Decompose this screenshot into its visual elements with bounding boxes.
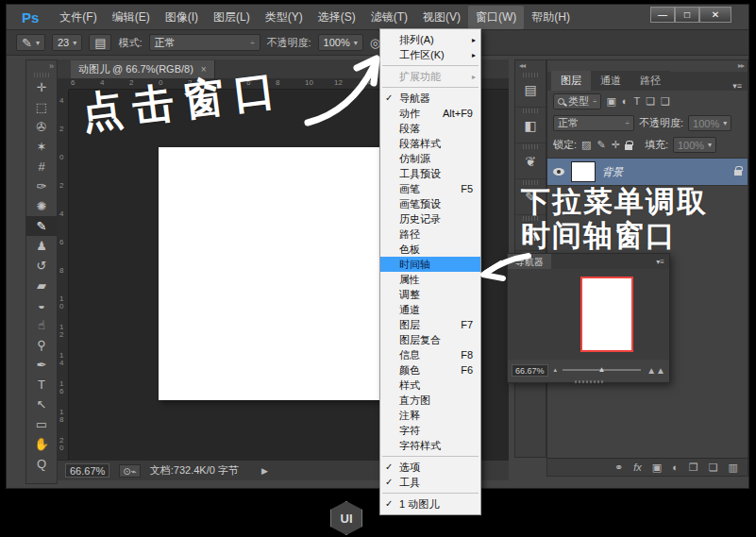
window-menu-item-时间轴[interactable]: 时间轴 xyxy=(380,257,480,272)
zoom-out-icon[interactable]: ▴ xyxy=(554,366,558,374)
eraser-tool[interactable]: ▰ xyxy=(26,276,57,295)
window-menu-item-颜色[interactable]: 颜色F6 xyxy=(380,362,480,378)
panel-menu-icon[interactable]: ▾≡ xyxy=(656,258,664,266)
zoom-slider[interactable]: ▲ xyxy=(563,369,641,371)
window-menu-item-1-动图儿[interactable]: 1 动图儿✓ xyxy=(380,496,480,512)
link-layers-icon[interactable]: ⚭ xyxy=(614,461,623,474)
fill-select[interactable]: 100% ▾ xyxy=(673,137,716,153)
pen-tool[interactable]: ✒ xyxy=(26,355,57,375)
move-tool[interactable]: ✛ xyxy=(26,77,57,97)
layer-opacity-select[interactable]: 100% ▾ xyxy=(688,115,731,131)
filter-pixel-icon[interactable]: ▣ xyxy=(606,95,615,108)
filter-smart-icon[interactable]: ❑ xyxy=(661,95,670,108)
zoom-tool[interactable]: Q xyxy=(26,454,57,474)
lock-paint-icon[interactable]: ✎ xyxy=(596,139,605,151)
healing-brush-tool[interactable]: ✺ xyxy=(26,196,57,216)
layer-row-background[interactable]: 背景 xyxy=(547,158,748,186)
window-menu-item-信息[interactable]: 信息F8 xyxy=(380,347,480,362)
dodge-tool[interactable]: ⚲ xyxy=(26,335,57,355)
expand-panels-button[interactable]: ◂◂ xyxy=(515,60,546,72)
menu-item-6[interactable]: 滤镜(T) xyxy=(363,6,415,29)
filter-type-icon[interactable]: T xyxy=(633,95,640,108)
adjustment-layer-icon[interactable]: ◐ xyxy=(672,461,679,473)
status-menu-arrow-icon[interactable]: ▶ xyxy=(261,466,268,476)
brush-preset-picker[interactable]: 23 ▾ xyxy=(52,34,82,51)
lock-all-icon[interactable] xyxy=(625,144,632,150)
lock-transparent-icon[interactable]: ▨ xyxy=(581,139,591,151)
panel-menu-icon[interactable]: ▾≡ xyxy=(732,81,742,91)
layer-style-icon[interactable]: fx xyxy=(633,461,642,473)
layer-blend-mode-select[interactable]: 正常 ÷ xyxy=(553,115,634,131)
minimize-button[interactable]: — xyxy=(650,7,675,23)
tab-layers[interactable]: 图层 xyxy=(551,71,591,91)
adjustments-panel-icon[interactable]: ◧ xyxy=(515,113,546,143)
visibility-eye-icon[interactable] xyxy=(553,168,564,176)
menu-item-5[interactable]: 选择(S) xyxy=(311,6,363,29)
layer-mask-icon[interactable]: ▣ xyxy=(652,461,662,474)
blend-mode-select[interactable]: 正常 ÷ xyxy=(149,34,260,51)
window-menu-item-属性[interactable]: 属性 xyxy=(380,272,480,287)
crop-tool[interactable]: # xyxy=(26,157,57,176)
magic-wand-tool[interactable]: ✶ xyxy=(26,137,57,157)
toggle-brush-panel-button[interactable]: ▤ xyxy=(89,34,111,51)
window-menu-item-导航器[interactable]: 导航器✓ xyxy=(380,91,480,106)
window-menu-item-路径[interactable]: 路径 xyxy=(380,227,480,242)
navigator-zoom-field[interactable]: 66.67% xyxy=(512,364,548,377)
window-menu-item-注释[interactable]: 注释 xyxy=(380,408,480,423)
new-layer-icon[interactable]: ❏ xyxy=(709,461,718,474)
window-menu-item-字符样式[interactable]: 字符样式 xyxy=(380,438,480,453)
window-menu-item-扩展功能[interactable]: 扩展功能▸ xyxy=(380,69,480,84)
gradient-tool[interactable]: ◒ xyxy=(26,295,57,315)
marquee-tool[interactable]: ⬚ xyxy=(26,97,57,117)
menu-item-9[interactable]: 帮助(H) xyxy=(524,6,578,29)
menu-item-7[interactable]: 视图(V) xyxy=(415,6,468,29)
navigator-proxy-view[interactable] xyxy=(580,277,633,352)
tab-paths[interactable]: 路径 xyxy=(630,71,670,91)
panel-resize-grip[interactable] xyxy=(575,380,603,383)
canvas[interactable] xyxy=(159,147,380,400)
layer-group-icon[interactable]: ❐ xyxy=(689,461,698,474)
window-menu-item-通道[interactable]: 通道 xyxy=(380,302,480,317)
history-panel-icon[interactable]: ▤ xyxy=(515,77,546,108)
history-brush-tool[interactable]: ↺ xyxy=(26,256,57,276)
status-zoom-field[interactable]: 66.67% xyxy=(65,463,109,478)
window-menu-item-段落[interactable]: 段落 xyxy=(380,121,480,136)
maximize-button[interactable]: □ xyxy=(675,7,699,23)
delete-layer-icon[interactable]: ▥ xyxy=(729,461,738,474)
window-menu-item-选项[interactable]: 选项✓ xyxy=(380,460,480,475)
type-tool[interactable]: T xyxy=(26,375,57,394)
window-menu-item-历史记录[interactable]: 历史记录 xyxy=(380,211,480,227)
eyedropper-tool[interactable]: ✑ xyxy=(26,176,57,196)
menu-window[interactable]: 窗口(W) xyxy=(468,6,524,29)
lasso-tool[interactable]: ✇ xyxy=(26,117,57,137)
window-menu-item-直方图[interactable]: 直方图 xyxy=(380,393,480,408)
lock-move-icon[interactable]: ✛ xyxy=(612,139,620,151)
window-menu-item-段落样式[interactable]: 段落样式 xyxy=(380,136,480,151)
path-select-tool[interactable]: ↖ xyxy=(26,394,57,414)
tab-channels[interactable]: 通道 xyxy=(591,71,630,91)
clone-stamp-tool[interactable]: ♟ xyxy=(26,236,57,256)
layer-filter-select[interactable]: 类型 ÷ xyxy=(553,93,601,109)
window-menu-item-画笔[interactable]: 画笔F5 xyxy=(380,181,480,196)
brush-presets-panel-icon[interactable]: ❦ xyxy=(515,149,546,179)
collapse-tools-button[interactable]: » xyxy=(26,60,57,72)
menu-item-1[interactable]: 编辑(E) xyxy=(105,6,158,29)
window-menu-item-字符[interactable]: 字符 xyxy=(380,423,480,438)
menu-item-0[interactable]: 文件(F) xyxy=(52,6,104,29)
shape-tool[interactable]: ▭ xyxy=(26,414,57,434)
close-button[interactable]: ✕ xyxy=(699,7,731,23)
menu-item-3[interactable]: 图层(L) xyxy=(206,6,258,29)
window-menu-item-动作[interactable]: 动作Alt+F9 xyxy=(380,106,480,121)
brush-tool[interactable]: ✎ xyxy=(26,216,57,236)
zoom-in-icon[interactable]: ▲▲ xyxy=(647,365,665,376)
window-menu-item-工具[interactable]: 工具✓ xyxy=(380,475,480,490)
window-menu-item-画笔预设[interactable]: 画笔预设 xyxy=(380,196,480,211)
window-menu-item-排列-A-[interactable]: 排列(A)▸ xyxy=(380,32,480,47)
window-menu-item-图层复合[interactable]: 图层复合 xyxy=(380,332,480,347)
window-menu-item-图层[interactable]: 图层F7 xyxy=(380,317,480,332)
hand-tool[interactable]: ✋ xyxy=(26,434,57,454)
window-menu-item-工作区-K-[interactable]: 工作区(K)▸ xyxy=(380,47,480,62)
filter-shape-icon[interactable]: ❏ xyxy=(646,95,655,108)
layer-thumbnail[interactable] xyxy=(571,161,596,182)
window-menu-item-仿制源[interactable]: 仿制源 xyxy=(380,151,480,166)
